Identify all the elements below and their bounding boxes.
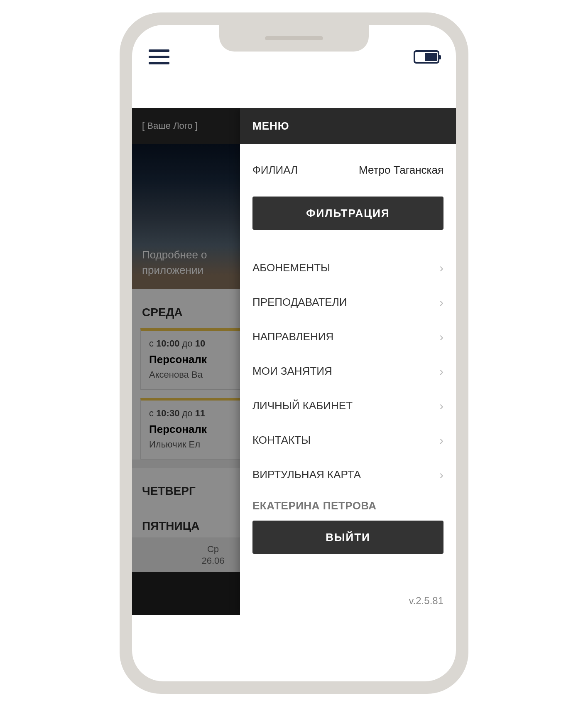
menu-item-teachers[interactable]: ПРЕПОДАВАТЕЛИ › [240,285,456,319]
phone-frame: [ Ваше Лого ] Подробнее о приложении СРЕ… [120,12,468,694]
menu-item-myclasses[interactable]: МОИ ЗАНЯТИЯ › [240,354,456,388]
battery-icon [414,50,439,64]
version-label: v.2.5.81 [240,587,456,615]
filter-button[interactable]: ФИЛЬТРАЦИЯ [252,197,443,230]
app-viewport: [ Ваше Лого ] Подробнее о приложении СРЕ… [132,108,456,615]
menu-item-account[interactable]: ЛИЧНЫЙ КАБИНЕТ › [240,388,456,423]
chevron-right-icon: › [439,365,443,378]
phone-screen: [ Ваше Лого ] Подробнее о приложении СРЕ… [132,25,456,681]
hamburger-icon[interactable] [149,49,169,64]
logout-button[interactable]: ВЫЙТИ [252,521,443,554]
chevron-right-icon: › [439,331,443,343]
menu-item-virtualcard[interactable]: ВИРТУЛЬНАЯ КАРТА › [240,457,456,492]
chevron-right-icon: › [439,434,443,447]
chevron-right-icon: › [439,296,443,309]
menu-list: АБОНЕМЕНТЫ › ПРЕПОДАВАТЕЛИ › НАПРАВЛЕНИЯ… [240,242,456,496]
chevron-right-icon: › [439,262,443,274]
menu-item-directions[interactable]: НАПРАВЛЕНИЯ › [240,319,456,354]
menu-item-contacts[interactable]: КОНТАКТЫ › [240,423,456,457]
branch-label: ФИЛИАЛ [252,164,298,177]
menu-item-subscriptions[interactable]: АБОНЕМЕНТЫ › [240,251,456,285]
user-name: ЕКАТЕРИНА ПЕТРОВА [240,496,456,521]
phone-notch [219,25,369,52]
branch-value: Метро Таганская [359,164,443,177]
chevron-right-icon: › [439,400,443,412]
chevron-right-icon: › [439,469,443,481]
side-menu: МЕНЮ ФИЛИАЛ Метро Таганская ФИЛЬТРАЦИЯ А… [240,108,456,615]
menu-title: МЕНЮ [240,108,456,144]
branch-selector[interactable]: ФИЛИАЛ Метро Таганская [240,144,456,197]
